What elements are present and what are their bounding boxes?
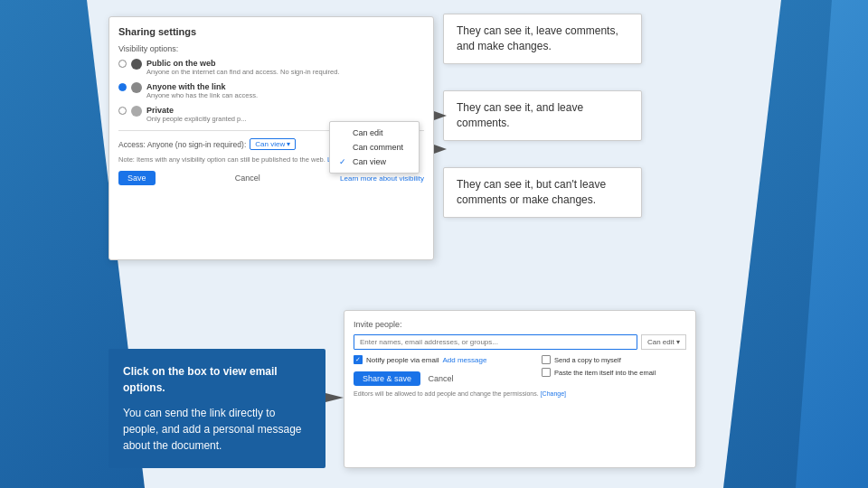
person-icon <box>131 82 142 93</box>
callout-can-comment: They can see it, and leave comments. <box>443 90 642 141</box>
svg-marker-0 <box>434 111 447 120</box>
notify-label: Notify people via email <box>366 356 439 364</box>
side-option-paste: Paste the item itself into the email <box>542 368 686 377</box>
main-content: Sharing settings Visibility options: Pub… <box>0 0 868 488</box>
option-public-label: Public on the web <box>146 59 424 68</box>
arrow-to-callout1 <box>434 107 452 125</box>
arrow-to-callout2 <box>434 140 452 158</box>
bottom-arrow-icon <box>326 389 353 407</box>
globe-icon <box>131 59 142 70</box>
option-public-desc: Anyone on the internet can find and acce… <box>146 68 424 76</box>
lock-icon <box>131 106 142 117</box>
editors-note: Editors will be allowed to add people an… <box>354 390 686 397</box>
sharing-title: Sharing settings <box>118 26 424 37</box>
option-link-desc: Anyone who has the link can access. <box>146 91 424 99</box>
dropdown-can-view[interactable]: ✓ Can view <box>330 155 419 169</box>
svg-marker-1 <box>434 145 447 154</box>
change-link[interactable]: [Change] <box>541 390 566 397</box>
cancel-button[interactable]: Cancel <box>235 174 260 183</box>
option-public: Public on the web Anyone on the internet… <box>118 59 424 76</box>
callout-can-view: They can see it, but can't leave comment… <box>443 167 642 218</box>
cancel-invite-button[interactable]: Cancel <box>429 374 454 383</box>
svg-marker-2 <box>326 393 344 402</box>
visibility-label: Visibility options: <box>118 44 424 53</box>
invite-input-row: Can edit ▾ <box>354 334 686 350</box>
save-button[interactable]: Save <box>118 171 156 185</box>
notify-checkbox[interactable]: ✓ <box>354 355 363 364</box>
bottom-instructions: Click on the box to view email options. … <box>108 349 326 468</box>
radio-anyone-link[interactable] <box>118 83 127 91</box>
invite-panel: Invite people: Can edit ▾ ✓ Notify peopl… <box>344 310 696 468</box>
invite-title: Invite people: <box>354 320 686 329</box>
share-save-button[interactable]: Share & save <box>354 371 420 386</box>
callout-can-edit: They can see it, leave comments, and mak… <box>443 14 642 64</box>
invite-input[interactable] <box>354 334 637 350</box>
sharing-settings-panel: Sharing settings Visibility options: Pub… <box>108 16 434 260</box>
side-option-copy: Send a copy to myself <box>542 355 686 364</box>
copy-checkbox[interactable] <box>542 355 551 364</box>
option-link-label: Anyone with the link <box>146 82 424 91</box>
dropdown-menu: Can edit Can comment ✓ Can view <box>329 121 420 174</box>
dropdown-can-edit[interactable]: Can edit <box>330 126 419 140</box>
option-anyone-link: Anyone with the link Anyone who has the … <box>118 82 424 99</box>
instruction-line1: Click on the box to view email options. <box>123 363 311 396</box>
radio-public[interactable] <box>118 60 127 68</box>
paste-checkbox[interactable] <box>542 368 551 377</box>
notify-row: ✓ Notify people via email Add message <box>354 355 533 364</box>
access-label: Access: Anyone (no sign-in required): <box>118 140 246 149</box>
radio-private[interactable] <box>118 107 127 115</box>
dropdown-can-comment[interactable]: Can comment <box>330 140 419 155</box>
learn-visibility-link[interactable]: Learn more about visibility <box>340 174 424 183</box>
option-private-label: Private <box>146 106 424 115</box>
can-edit-button[interactable]: Can edit ▾ <box>641 334 686 350</box>
add-message-link[interactable]: Add message <box>442 356 486 364</box>
can-view-button[interactable]: Can view ▾ <box>250 138 296 150</box>
instruction-line2: You can send the link directly to people… <box>123 405 311 454</box>
